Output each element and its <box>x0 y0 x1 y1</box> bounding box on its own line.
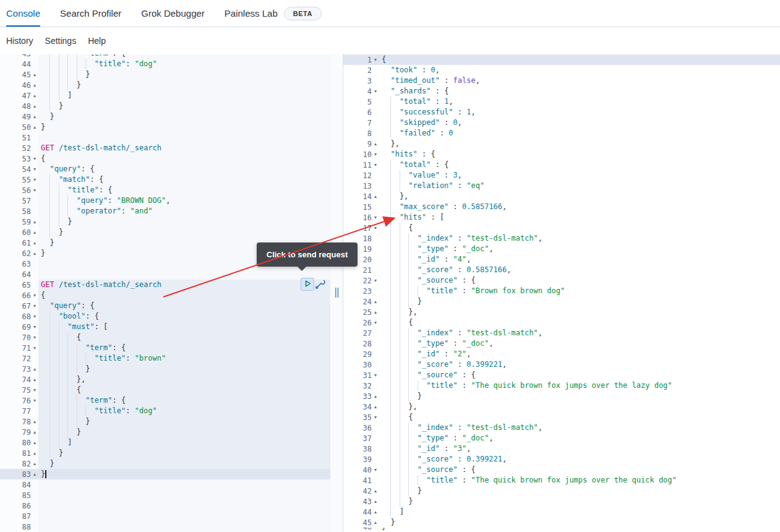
send-request-button[interactable] <box>301 278 314 291</box>
fold-close-icon[interactable]: ▴ <box>31 248 38 259</box>
response-line[interactable]: 21"_score" : 0.5857166, <box>343 265 780 275</box>
fold-open-icon[interactable]: ▾ <box>372 370 379 380</box>
editor-line[interactable]: 67▾"query": { <box>0 301 343 311</box>
editor-line[interactable]: 49▴} <box>0 111 343 122</box>
response-line[interactable]: 44▴] <box>343 507 780 517</box>
menu-help[interactable]: Help <box>88 36 106 46</box>
fold-open-icon[interactable]: ▾ <box>31 290 38 301</box>
fold-close-icon[interactable]: ▴ <box>31 427 38 437</box>
pane-resize-handle[interactable]: ‖ <box>334 286 340 298</box>
fold-close-icon[interactable]: ▴ <box>372 307 379 317</box>
fold-close-icon[interactable]: ▴ <box>31 80 38 90</box>
response-line[interactable]: 40▾"_source" : { <box>343 465 780 475</box>
fold-close-icon[interactable]: ▴ <box>31 374 38 385</box>
fold-open-icon[interactable]: ▾ <box>31 332 38 343</box>
editor-line[interactable]: 84 <box>0 479 343 490</box>
response-line[interactable]: 24▴} <box>343 296 780 307</box>
editor-line[interactable]: 86 <box>0 500 343 511</box>
editor-line[interactable]: 85 <box>0 490 343 500</box>
fold-close-icon[interactable]: ▴ <box>31 69 38 80</box>
editor-line[interactable]: 81▴} <box>0 448 343 458</box>
fold-open-icon[interactable]: ▾ <box>372 212 379 223</box>
response-viewer[interactable]: 1▾{2"took" : 0,3"timed_out" : false,4▾"_… <box>343 54 780 532</box>
editor-line[interactable]: 72"title": "brown" <box>0 353 343 364</box>
response-line[interactable]: 10▾"hits" : { <box>343 149 780 160</box>
response-line[interactable]: 12"value" : 3, <box>343 170 780 181</box>
fold-close-icon[interactable]: ▴ <box>31 90 38 101</box>
editor-line[interactable]: 68▾"bool": { <box>0 311 343 322</box>
response-line[interactable]: 38"_id" : "3", <box>343 444 780 454</box>
fold-open-icon[interactable]: ▾ <box>372 223 379 233</box>
editor-line[interactable]: 83▴} <box>0 469 343 479</box>
fold-close-icon[interactable]: ▴ <box>372 507 379 517</box>
editor-line[interactable]: 60▴} <box>0 227 343 238</box>
editor-line[interactable]: 80▴] <box>0 437 343 448</box>
request-options-button[interactable] <box>314 278 326 290</box>
response-line[interactable]: 31▾"_source" : { <box>343 370 780 380</box>
response-line[interactable]: 36"_index" : "test-dsl-match", <box>343 423 780 433</box>
editor-line[interactable]: 65GET /test-dsl-match/_search <box>0 280 343 290</box>
response-line[interactable]: 25▴}, <box>343 307 780 317</box>
request-editor[interactable]: 43"term": { 44"title": "dog"45▴}46▴}47▴]… <box>0 54 343 532</box>
response-line[interactable]: 18"_index" : "test-dsl-match", <box>343 233 780 244</box>
response-line[interactable]: 45▴} <box>343 517 780 528</box>
response-line[interactable]: 26▾{ <box>343 317 780 328</box>
response-line[interactable]: 30"_score" : 0.399221, <box>343 359 780 370</box>
editor-line[interactable]: 52GET /test-dsl-match/_search <box>0 143 343 153</box>
response-line[interactable]: 39"_score" : 0.399221, <box>343 454 780 465</box>
fold-open-icon[interactable]: ▾ <box>31 343 38 353</box>
response-line[interactable]: 46} <box>343 528 780 532</box>
editor-line[interactable]: 43"term": { <box>0 54 343 59</box>
response-line[interactable]: 7"skipped" : 0, <box>343 118 780 128</box>
editor-line[interactable]: 79▴} <box>0 427 343 437</box>
response-line[interactable]: 15"max_score" : 0.5857166, <box>343 202 780 212</box>
response-line[interactable]: 4▾"_shards" : { <box>343 86 780 97</box>
fold-close-icon[interactable]: ▴ <box>31 227 38 238</box>
fold-open-icon[interactable]: ▾ <box>372 160 379 170</box>
tab-search-profiler[interactable]: Search Profiler <box>60 0 121 27</box>
fold-open-icon[interactable]: ▾ <box>31 153 38 164</box>
response-line[interactable]: 32"title" : "The quick brown fox jumps o… <box>343 380 780 391</box>
editor-line[interactable]: 70▾{ <box>0 332 343 343</box>
fold-open-icon[interactable]: ▾ <box>31 174 38 185</box>
response-line[interactable]: 8"failed" : 0 <box>343 128 780 139</box>
editor-line[interactable]: 46▴} <box>0 80 343 90</box>
response-line[interactable]: 20"_id" : "4", <box>343 254 780 265</box>
response-line[interactable]: 14▴}, <box>343 191 780 202</box>
fold-open-icon[interactable]: ▾ <box>31 301 38 311</box>
editor-line[interactable]: 51 <box>0 132 343 143</box>
fold-close-icon[interactable]: ▴ <box>372 139 379 149</box>
fold-close-icon[interactable]: ▴ <box>372 391 379 401</box>
fold-open-icon[interactable]: ▾ <box>31 164 38 174</box>
editor-line[interactable]: 59▴} <box>0 217 343 227</box>
response-line[interactable]: 3"timed_out" : false, <box>343 75 780 86</box>
response-line[interactable]: 33▴} <box>343 391 780 401</box>
fold-close-icon[interactable]: ▴ <box>31 217 38 227</box>
fold-open-icon[interactable]: ▾ <box>31 395 38 406</box>
fold-open-icon[interactable]: ▾ <box>372 317 379 328</box>
fold-open-icon[interactable]: ▾ <box>31 185 38 195</box>
response-line[interactable]: 17▾{ <box>343 223 780 233</box>
response-line[interactable]: 28"_type" : "_doc", <box>343 338 780 349</box>
fold-open-icon[interactable]: ▾ <box>372 54 379 65</box>
editor-line[interactable]: 82▴} <box>0 458 343 469</box>
fold-close-icon[interactable]: ▴ <box>372 496 379 507</box>
fold-open-icon[interactable]: ▾ <box>372 412 379 423</box>
response-line[interactable]: 13"relation" : "eq" <box>343 181 780 191</box>
editor-line[interactable]: 75▾{ <box>0 385 343 395</box>
response-line[interactable]: 19"_type" : "_doc", <box>343 244 780 254</box>
tab-painless-lab[interactable]: Painless Lab BETA <box>225 0 322 27</box>
fold-open-icon[interactable]: ▾ <box>372 149 379 160</box>
editor-line[interactable]: 74▴}, <box>0 374 343 385</box>
editor-line[interactable]: 48▴} <box>0 101 343 111</box>
editor-line[interactable]: 53▾{ <box>0 153 343 164</box>
editor-line[interactable]: 57"query": "BROWN DOG", <box>0 195 343 206</box>
menu-history[interactable]: History <box>6 36 33 46</box>
fold-close-icon[interactable]: ▴ <box>31 122 38 132</box>
fold-close-icon[interactable]: ▴ <box>372 401 379 412</box>
response-line[interactable]: 37"_type" : "_doc", <box>343 433 780 444</box>
editor-line[interactable]: 50▴} <box>0 122 343 132</box>
editor-line[interactable]: 73▴} <box>0 364 343 374</box>
editor-line[interactable]: 45▴} <box>0 69 343 80</box>
editor-line[interactable]: 77"title": "dog" <box>0 406 343 416</box>
